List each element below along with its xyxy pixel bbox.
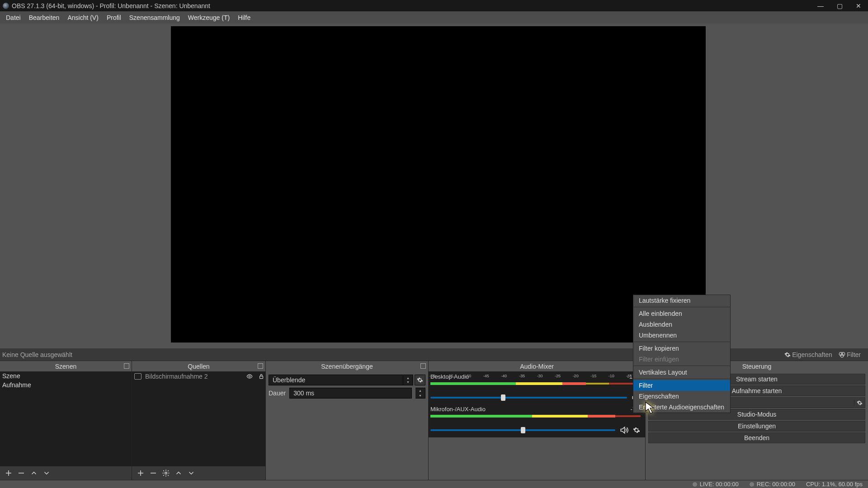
volume-slider[interactable] (430, 429, 615, 431)
context-menu-item[interactable]: Eigenschaften (633, 391, 730, 402)
obs-logo-icon (3, 3, 9, 9)
db-ticks: -60-55-50-45-40-35-30-25-20-15-10-50 (429, 374, 645, 378)
filter-button[interactable]: Filter (839, 351, 868, 358)
popout-icon[interactable] (124, 363, 129, 369)
filter-icon (839, 351, 845, 358)
properties-button[interactable]: Eigenschaften (784, 351, 832, 358)
workspace (0, 23, 868, 348)
live-dot-icon (693, 482, 697, 487)
filter-label: Filter (847, 351, 861, 358)
visibility-icon[interactable] (245, 373, 254, 380)
move-down-icon[interactable] (42, 469, 51, 477)
context-menu-separator (633, 307, 730, 307)
audio-track: Mikrofon-/AUX-Audio -7.5 -60-55-50-45-40… (430, 406, 641, 436)
menu-profil[interactable]: Profil (103, 11, 125, 23)
source-label: Bildschirmaufnahme 2 (145, 373, 208, 380)
close-button[interactable]: ✕ (849, 0, 868, 11)
sources-footer (132, 466, 265, 480)
popout-icon[interactable] (420, 363, 426, 369)
transitions-header[interactable]: Szenenübergänge (266, 361, 428, 371)
context-menu-item[interactable]: Filter (633, 380, 730, 391)
context-menu-separator (633, 379, 730, 379)
exit-button[interactable]: Beenden (648, 432, 865, 443)
transitions-body: Überblende ▲▼ Dauer 300 ms ▲▼ (266, 371, 428, 401)
duration-spinner[interactable]: ▲▼ (415, 388, 425, 399)
context-menu-item[interactable]: Umbenennen (633, 330, 730, 341)
context-menu-item: Filter einfügen (633, 354, 730, 365)
menubar: DateiBearbeitenAnsicht (V)ProfilSzenensa… (0, 11, 868, 23)
remove-icon[interactable] (17, 469, 25, 477)
properties-label: Eigenschaften (792, 351, 832, 358)
mute-button[interactable] (619, 425, 629, 435)
mixer-header[interactable]: Audio-Mixer (429, 361, 645, 371)
mixer-title: Audio-Mixer (520, 363, 554, 370)
live-status: LIVE: 00:00:00 (700, 481, 739, 488)
menu-ansicht-v-[interactable]: Ansicht (V) (63, 11, 102, 23)
audio-meter (430, 413, 641, 419)
virtual-cam-settings[interactable] (854, 400, 865, 406)
context-menu-separator (633, 342, 730, 342)
mixer-body: Desktop-Audio -17.4 -60-55-50-45-40-35-3… (429, 371, 645, 437)
maximize-button[interactable]: ▢ (830, 0, 849, 11)
context-menu-item[interactable]: Alle einblenden (633, 308, 730, 319)
svg-point-3 (249, 375, 250, 377)
scenes-header[interactable]: Szenen (0, 361, 132, 371)
scene-item[interactable]: Szene (0, 371, 132, 380)
scenes-panel: Szenen SzeneAufnahme (0, 361, 132, 480)
settings-icon[interactable] (162, 469, 170, 477)
remove-icon[interactable] (149, 469, 157, 477)
scenes-list[interactable]: SzeneAufnahme (0, 371, 132, 466)
preview-area[interactable] (171, 26, 706, 343)
window-title: OBS 27.1.3 (64-bit, windows) - Profil: U… (12, 2, 210, 9)
no-source-label: Keine Quelle ausgewählt (2, 351, 72, 358)
controls-title: Steuerung (742, 363, 772, 370)
context-menu-item[interactable]: Erweiterte Audioeigenschaften (633, 402, 730, 413)
menu-hilfe[interactable]: Hilfe (234, 11, 255, 23)
track-name: Mikrofon-/AUX-Audio (430, 406, 486, 413)
context-menu-item[interactable]: Vertikales Layout (633, 367, 730, 378)
audio-context-menu[interactable]: Lautstärke fixierenAlle einblendenAusble… (633, 295, 731, 413)
audio-meter (430, 380, 641, 387)
scene-item[interactable]: Aufnahme (0, 380, 132, 389)
dropdown-arrows[interactable]: ▲▼ (403, 375, 413, 385)
minimize-button[interactable]: — (811, 0, 830, 11)
context-menu-item[interactable]: Lautstärke fixieren (633, 295, 730, 306)
add-icon[interactable] (5, 469, 13, 477)
context-menu-item[interactable]: Filter kopieren (633, 343, 730, 354)
svg-point-5 (165, 472, 167, 474)
scenes-footer (0, 466, 132, 480)
context-menu-item[interactable]: Ausblenden (633, 319, 730, 330)
source-toolbar: Keine Quelle ausgewählt Eigenschaften Fi… (0, 348, 868, 361)
add-icon[interactable] (137, 469, 145, 477)
panels-row: Szenen SzeneAufnahme Quellen Bildschirma… (0, 361, 868, 480)
settings-button[interactable]: Einstellungen (648, 421, 865, 432)
statusbar: LIVE: 00:00:00 REC: 00:00:00 CPU: 1.1%, … (0, 480, 868, 488)
menu-werkzeuge-t-[interactable]: Werkzeuge (T) (184, 11, 234, 23)
lock-icon[interactable] (257, 373, 265, 380)
display-capture-icon (134, 373, 142, 380)
popout-icon[interactable] (258, 363, 263, 369)
menu-datei[interactable]: Datei (2, 11, 25, 23)
gear-icon[interactable] (633, 427, 640, 434)
cpu-status: CPU: 1.1%, 60.00 fps (806, 481, 863, 488)
transitions-panel: Szenenübergänge Überblende ▲▼ Dauer 300 … (266, 361, 429, 480)
audio-mixer-panel: Audio-Mixer Desktop-Audio -17.4 -60-55-5… (429, 361, 646, 480)
rec-dot-icon (750, 482, 754, 487)
sources-title: Quellen (188, 363, 209, 370)
menu-szenensammlung[interactable]: Szenensammlung (125, 11, 184, 23)
context-menu-separator (633, 366, 730, 366)
transitions-title: Szenenübergänge (321, 363, 373, 370)
volume-slider[interactable] (430, 397, 627, 399)
move-up-icon[interactable] (30, 469, 38, 477)
transition-select[interactable]: Überblende (269, 375, 403, 385)
move-down-icon[interactable] (187, 469, 195, 477)
gear-icon (784, 352, 791, 358)
gear-icon (417, 377, 423, 383)
sources-list[interactable]: Bildschirmaufnahme 2 (132, 371, 265, 466)
transition-settings-button[interactable] (415, 375, 425, 385)
source-item[interactable]: Bildschirmaufnahme 2 (132, 371, 265, 381)
menu-bearbeiten[interactable]: Bearbeiten (25, 11, 64, 23)
sources-header[interactable]: Quellen (132, 361, 265, 371)
move-up-icon[interactable] (175, 469, 183, 477)
duration-input[interactable]: 300 ms (289, 388, 412, 399)
